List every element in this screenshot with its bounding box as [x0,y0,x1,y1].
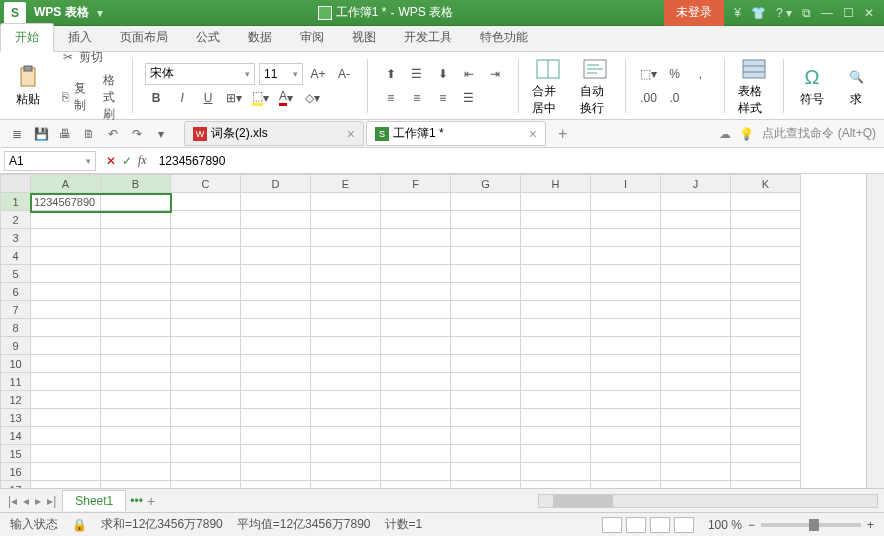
sheet-more-button[interactable]: ••• [130,494,143,508]
cell[interactable] [101,391,171,409]
wrap-label[interactable]: 自动换行 [580,83,611,117]
last-sheet-button[interactable]: ▸| [45,494,58,508]
cell[interactable] [731,265,801,283]
cell[interactable] [521,481,591,489]
cell[interactable] [241,211,311,229]
cell[interactable] [451,427,521,445]
cell[interactable] [381,193,451,211]
cell[interactable] [521,283,591,301]
cell[interactable] [661,355,731,373]
row-header[interactable]: 11 [1,373,31,391]
cell[interactable] [171,229,241,247]
cell[interactable] [451,409,521,427]
row-header[interactable]: 13 [1,409,31,427]
reading-view-button[interactable] [674,517,694,533]
col-header[interactable]: H [521,175,591,193]
font-size-select[interactable]: 11▾ [259,63,303,85]
align-center-button[interactable]: ≡ [406,87,428,109]
cell[interactable] [171,427,241,445]
cell[interactable] [661,373,731,391]
indent-right-button[interactable]: ⇥ [484,63,506,85]
cell[interactable] [241,193,311,211]
add-tab-button[interactable]: + [552,125,573,143]
cell[interactable] [731,283,801,301]
cell[interactable] [311,373,381,391]
cell[interactable] [381,319,451,337]
cell[interactable] [591,481,661,489]
menu-tab-5[interactable]: 审阅 [286,24,338,51]
cell[interactable] [101,193,171,211]
cell[interactable] [171,463,241,481]
page-break-button[interactable] [650,517,670,533]
page-layout-button[interactable] [626,517,646,533]
cell[interactable] [381,355,451,373]
col-header[interactable]: E [311,175,381,193]
cell[interactable] [661,463,731,481]
cell[interactable] [311,229,381,247]
cell[interactable] [101,283,171,301]
cell[interactable] [311,247,381,265]
col-header[interactable]: C [171,175,241,193]
cell[interactable] [591,301,661,319]
fill-color-button[interactable]: ⬚▾ [249,87,271,109]
cell[interactable] [311,463,381,481]
cell[interactable] [311,211,381,229]
cell[interactable] [31,301,101,319]
help-dropdown[interactable]: ? ▾ [776,6,792,20]
undo-icon[interactable]: ↶ [104,125,122,143]
cell[interactable] [101,445,171,463]
cell[interactable] [731,337,801,355]
cell[interactable] [451,301,521,319]
cell[interactable] [591,265,661,283]
name-box[interactable]: A1▾ [4,151,96,171]
confirm-edit-button[interactable]: ✓ [122,154,132,168]
cell[interactable] [31,265,101,283]
cell[interactable] [521,409,591,427]
cell[interactable] [171,193,241,211]
col-header[interactable]: I [591,175,661,193]
cloud-icon[interactable]: ☁ [719,127,731,141]
close-tab-button[interactable]: × [529,126,537,142]
cell[interactable] [311,391,381,409]
symbol-label[interactable]: 符号 [800,91,824,108]
cell[interactable] [101,355,171,373]
cancel-edit-button[interactable]: ✕ [106,154,116,168]
row-header[interactable]: 1 [1,193,31,211]
row-header[interactable]: 7 [1,301,31,319]
cell[interactable] [241,427,311,445]
cell[interactable] [311,355,381,373]
cell[interactable] [591,391,661,409]
cell[interactable] [101,301,171,319]
distribute-button[interactable]: ☰ [458,87,480,109]
cell[interactable] [731,373,801,391]
cell[interactable] [521,355,591,373]
doc-tab-1[interactable]: S工作簿1 *× [366,121,546,146]
clear-format-button[interactable]: ◇▾ [301,87,323,109]
row-header[interactable]: 5 [1,265,31,283]
cell[interactable] [521,337,591,355]
cell[interactable] [241,229,311,247]
cell[interactable] [521,265,591,283]
cell[interactable] [731,391,801,409]
cell[interactable] [241,265,311,283]
col-header[interactable]: A [31,175,101,193]
col-header[interactable]: F [381,175,451,193]
border-button[interactable]: ⊞▾ [223,87,245,109]
cell[interactable] [591,337,661,355]
cell[interactable] [591,193,661,211]
cell[interactable] [591,409,661,427]
row-header[interactable]: 9 [1,337,31,355]
cell[interactable] [381,409,451,427]
number-format-button[interactable]: ⬚▾ [638,63,660,85]
cell[interactable] [381,211,451,229]
wrap-icon[interactable] [581,55,609,83]
row-header[interactable]: 17 [1,481,31,489]
vertical-scrollbar[interactable] [866,174,884,488]
minimize-icon[interactable]: — [821,6,833,20]
underline-button[interactable]: U [197,87,219,109]
cell[interactable] [171,391,241,409]
cell[interactable] [31,247,101,265]
cell[interactable] [661,193,731,211]
formula-input[interactable] [153,151,884,171]
cell[interactable] [521,211,591,229]
